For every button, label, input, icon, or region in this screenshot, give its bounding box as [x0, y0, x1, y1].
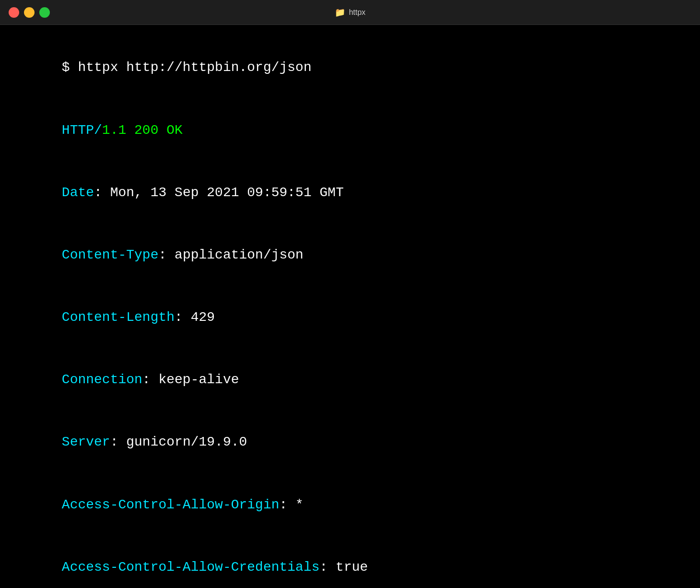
header-date-key: Date: [62, 185, 94, 200]
header-content-type: Content-Type: application/json: [13, 224, 687, 286]
title-label: httpx: [349, 8, 366, 17]
http-label: HTTP/: [62, 123, 102, 138]
header-connection: Connection: keep-alive: [13, 349, 687, 411]
header-acao-key: Access-Control-Allow-Origin: [62, 497, 280, 512]
folder-icon: 📁: [335, 7, 345, 18]
window-controls: [9, 7, 50, 18]
header-acao-val: : *: [280, 497, 303, 512]
header-content-length: Content-Length: 429: [13, 286, 687, 349]
status-line: HTTP/1.1 200 OK: [13, 99, 687, 161]
header-ct-val: : application/json: [158, 247, 303, 262]
header-cl-key: Content-Length: [62, 310, 175, 325]
maximize-button[interactable]: [39, 7, 50, 18]
header-acac-key: Access-Control-Allow-Credentials: [62, 560, 320, 575]
header-server: Server: gunicorn/19.9.0: [13, 411, 687, 473]
header-acao: Access-Control-Allow-Origin: *: [13, 473, 687, 536]
header-server-val: : gunicorn/19.9.0: [110, 435, 247, 449]
status-code: 200: [134, 123, 158, 138]
header-acac: Access-Control-Allow-Credentials: true: [13, 536, 687, 588]
header-date: Date: Mon, 13 Sep 2021 09:59:51 GMT: [13, 161, 687, 223]
command-line: $ httpx http://httpbin.org/json: [13, 36, 687, 99]
http-version: 1.1: [102, 123, 134, 138]
minimize-button[interactable]: [24, 7, 35, 18]
close-button[interactable]: [9, 7, 19, 18]
window-title: 📁 httpx: [335, 7, 366, 18]
header-conn-val: : keep-alive: [142, 372, 239, 387]
header-server-key: Server: [62, 435, 110, 449]
status-ok: OK: [158, 123, 182, 138]
header-ct-key: Content-Type: [62, 247, 159, 262]
header-date-colon: : Mon, 13 Sep 2021 09:59:51 GMT: [94, 185, 344, 200]
header-conn-key: Connection: [62, 372, 142, 387]
command-text: $ httpx http://httpbin.org/json: [62, 60, 312, 75]
header-cl-val: : 429: [175, 310, 215, 325]
terminal-window: 📁 httpx $ httpx http://httpbin.org/json …: [0, 0, 700, 588]
header-acac-val: : true: [320, 560, 368, 575]
terminal-body: $ httpx http://httpbin.org/json HTTP/1.1…: [0, 25, 700, 588]
titlebar: 📁 httpx: [0, 0, 700, 25]
